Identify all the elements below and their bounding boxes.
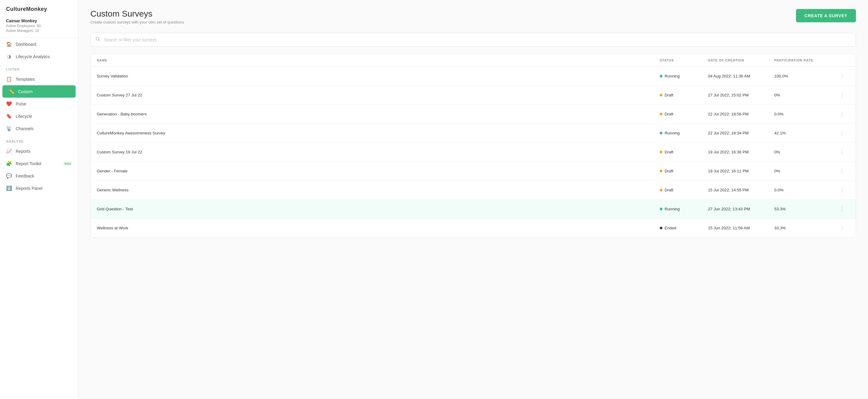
- status-label: Draft: [664, 112, 673, 116]
- feedback-icon: 💬: [6, 173, 12, 179]
- table-row[interactable]: Survey Validation Running 04 Aug 2022; 1…: [91, 67, 856, 86]
- rate-cell: 0.0%: [774, 188, 835, 192]
- status-cell: Running: [660, 131, 708, 135]
- more-options-button[interactable]: ⋮: [835, 147, 849, 156]
- date-cell: 15 Jun 2022; 11:59 AM: [708, 226, 774, 230]
- rate-cell: 0%: [774, 93, 835, 97]
- survey-name: CultureMonkey Awesomeness Survey: [97, 131, 660, 135]
- date-cell: 27 Jul 2022; 15:02 PM: [708, 93, 774, 97]
- status-cell: Draft: [660, 93, 708, 97]
- create-survey-button[interactable]: CREATE A SURVEY: [796, 9, 856, 22]
- date-cell: 19 Jul 2022; 16:11 PM: [708, 169, 774, 173]
- status-label: Ended: [664, 226, 676, 230]
- status-cell: Draft: [660, 169, 708, 173]
- more-options-button[interactable]: ⋮: [835, 223, 849, 232]
- status-dot: [660, 189, 662, 191]
- sidebar-item-label: Channels: [16, 126, 72, 131]
- user-name: Caesar Monkey: [6, 19, 72, 23]
- survey-name: Generic Wellness: [97, 188, 660, 192]
- sidebar-item-label: Report Toolkit: [16, 161, 60, 166]
- reports-icon: 📈: [6, 148, 12, 154]
- status-dot: [660, 113, 662, 116]
- sidebar-item-label: Reports Panel: [16, 186, 72, 191]
- rate-cell: 53.3%: [774, 207, 835, 211]
- col-actions: [835, 58, 849, 62]
- table-header: NAME STATUS DATE OF CREATION PARTICIPATI…: [91, 54, 856, 67]
- survey-name: Custom Survey 27 Jul 22: [97, 93, 660, 97]
- app-logo: CultureMonkey: [0, 0, 78, 16]
- status-label: Draft: [664, 150, 673, 154]
- sidebar-item-feedback[interactable]: 💬 Feedback: [0, 170, 78, 182]
- sidebar-item-templates[interactable]: 📋 Templates: [0, 73, 78, 85]
- survey-name: Wellness at Work: [97, 226, 660, 230]
- sidebar-item-reports-panel[interactable]: ⬇️ Reports Panel: [0, 182, 78, 194]
- svg-line-1: [99, 40, 100, 41]
- sidebar-item-label: Custom: [18, 89, 70, 94]
- survey-table: NAME STATUS DATE OF CREATION PARTICIPATI…: [90, 54, 856, 238]
- sidebar-item-report-toolkit[interactable]: 🧩 Report Toolkit beta: [0, 157, 78, 170]
- user-info: Caesar Monkey Active Employees: 90 Activ…: [0, 16, 78, 38]
- table-row[interactable]: CultureMonkey Awesomeness Survey Running…: [91, 124, 856, 143]
- channels-icon: 📡: [6, 126, 12, 131]
- status-dot: [660, 132, 662, 134]
- listen-section-label: LISTEN: [0, 63, 78, 73]
- more-options-button[interactable]: ⋮: [835, 185, 849, 194]
- table-row[interactable]: Custom Survey 27 Jul 22 Draft 27 Jul 202…: [91, 86, 856, 104]
- sidebar-item-pulse[interactable]: ❤️ Pulse: [0, 98, 78, 110]
- sidebar-item-channels[interactable]: 📡 Channels: [0, 122, 78, 135]
- search-bar: [90, 33, 856, 47]
- date-cell: 15 Jul 2022; 14:55 PM: [708, 188, 774, 192]
- status-label: Running: [664, 207, 680, 211]
- rate-cell: 0.0%: [774, 112, 835, 116]
- more-options-button[interactable]: ⋮: [835, 166, 849, 175]
- col-date: DATE OF CREATION: [708, 58, 774, 62]
- page-title: Custom Surveys: [90, 9, 184, 19]
- status-label: Draft: [664, 188, 673, 192]
- page-header: Custom Surveys Create custom surveys wit…: [90, 9, 856, 24]
- rate-cell: 33.3%: [774, 226, 835, 230]
- analyse-section-label: ANALYSE: [0, 135, 78, 145]
- sidebar-item-label: Pulse: [16, 101, 72, 106]
- sidebar: CultureMonkey Caesar Monkey Active Emplo…: [0, 0, 79, 399]
- date-cell: 22 Jul 2022; 18:34 PM: [708, 131, 774, 135]
- more-options-button[interactable]: ⋮: [835, 204, 849, 213]
- more-options-button[interactable]: ⋮: [835, 110, 849, 118]
- sidebar-item-label: Dashboard: [16, 42, 72, 47]
- sidebar-item-label: Feedback: [16, 174, 72, 178]
- table-row[interactable]: Gender - Female Draft 19 Jul 2022; 16:11…: [91, 161, 856, 181]
- sidebar-item-label: Templates: [16, 77, 72, 82]
- survey-name: Gender - Female: [97, 169, 660, 173]
- sidebar-item-reports[interactable]: 📈 Reports: [0, 145, 78, 157]
- more-options-button[interactable]: ⋮: [835, 128, 849, 137]
- table-row[interactable]: Generation - Baby boomers Draft 22 Jul 2…: [91, 104, 856, 124]
- sidebar-item-dashboard[interactable]: 🏠 Dashboard: [0, 38, 78, 50]
- more-options-button[interactable]: ⋮: [835, 71, 849, 81]
- sidebar-item-custom[interactable]: ✏️ Custom: [2, 85, 76, 98]
- search-input[interactable]: [104, 37, 851, 42]
- status-cell: Draft: [660, 150, 708, 154]
- col-status: STATUS: [660, 58, 708, 62]
- reports-panel-icon: ⬇️: [6, 185, 12, 191]
- pulse-icon: ❤️: [6, 101, 12, 107]
- custom-icon: ✏️: [8, 89, 14, 94]
- table-row[interactable]: Grid Question - Test Running 27 Jun 2022…: [91, 200, 856, 218]
- rate-cell: 0%: [774, 169, 835, 173]
- survey-name: Custom Survey 19 Jul 22: [97, 150, 660, 154]
- table-row[interactable]: Custom Survey 19 Jul 22 Draft 19 Jul 202…: [91, 143, 856, 161]
- table-row[interactable]: Generic Wellness Draft 15 Jul 2022; 14:5…: [91, 181, 856, 200]
- page-title-block: Custom Surveys Create custom surveys wit…: [90, 9, 184, 24]
- status-dot: [660, 75, 662, 78]
- status-cell: Running: [660, 74, 708, 79]
- rate-cell: 42.1%: [774, 131, 835, 135]
- sidebar-item-lifecycle[interactable]: 🔖 Lifecycle: [0, 110, 78, 122]
- sidebar-item-label: Lifecycle Analytics: [16, 54, 72, 59]
- sidebar-item-lifecycle-analytics[interactable]: ◑ Lifecycle Analytics: [0, 50, 78, 63]
- table-row[interactable]: Wellness at Work Ended 15 Jun 2022; 11:5…: [91, 218, 856, 237]
- more-options-button[interactable]: ⋮: [835, 90, 849, 99]
- date-cell: 04 Aug 2022; 11:36 AM: [708, 74, 774, 79]
- templates-icon: 📋: [6, 76, 12, 82]
- status-cell: Draft: [660, 112, 708, 116]
- col-rate: PARTICIPATION RATE: [774, 58, 835, 62]
- status-dot: [660, 208, 662, 210]
- date-cell: 19 Jul 2022; 16:36 PM: [708, 150, 774, 154]
